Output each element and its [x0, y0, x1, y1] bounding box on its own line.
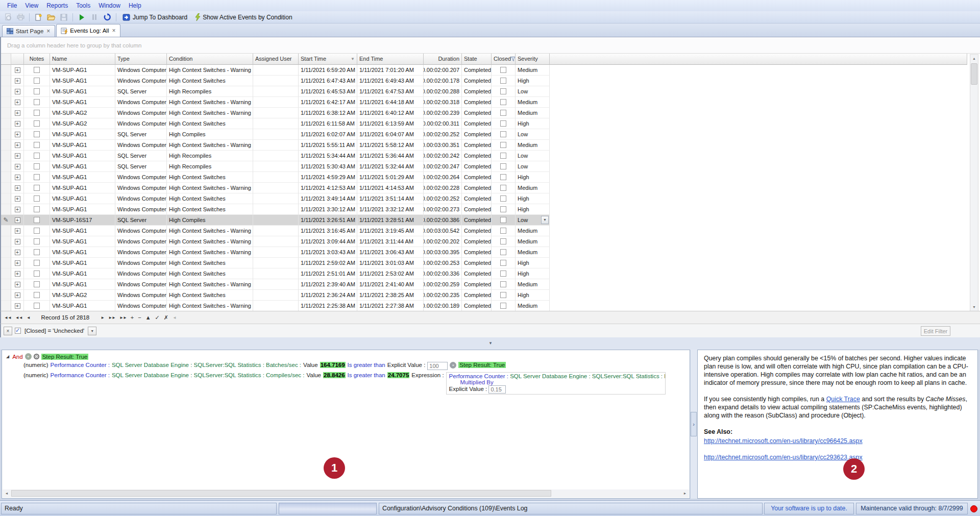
step1-explicit-input[interactable]: 100 [427, 362, 448, 370]
notes-checkbox[interactable] [24, 129, 50, 140]
row-expand-button[interactable]: + [11, 258, 24, 268]
close-icon[interactable]: × [46, 28, 51, 34]
column-header-closed[interactable]: Closed [492, 54, 516, 65]
scroll-up-icon[interactable]: ▲ [970, 55, 978, 62]
column-header-state[interactable]: State [462, 54, 492, 65]
table-row[interactable]: +VM-SUP-AG1Windows ComputerHigh Context … [1, 65, 551, 76]
table-row[interactable]: ✎+VM-SUP-16S17SQL ServerHigh Compiles1/1… [1, 215, 551, 226]
table-row[interactable]: +VM-SUP-AG1Windows ComputerHigh Context … [1, 76, 551, 86]
closed-checkbox[interactable] [492, 161, 516, 172]
row-expand-button[interactable]: + [11, 268, 24, 279]
closed-checkbox[interactable] [492, 151, 516, 161]
row-expand-button[interactable]: + [11, 290, 24, 301]
table-row[interactable]: +VM-SUP-AG1Windows ComputerHigh Context … [1, 172, 551, 183]
notes-checkbox[interactable] [24, 183, 50, 193]
table-row[interactable]: +VM-SUP-AG1SQL ServerHigh Compiles1/11/2… [1, 129, 551, 140]
scroll-left-icon[interactable]: ◄ [3, 489, 11, 497]
filter-close-button[interactable]: × [4, 327, 12, 335]
row-expand-button[interactable]: + [11, 97, 24, 108]
notes-checkbox[interactable] [24, 76, 50, 86]
row-expand-button[interactable]: + [11, 140, 24, 151]
row-expand-button[interactable]: + [11, 65, 24, 76]
collapse-chevron-icon[interactable]: ▾ [481, 340, 500, 347]
panel-splitter-vertical[interactable]: › [691, 350, 697, 499]
menu-tools[interactable]: Tools [72, 0, 94, 11]
closed-checkbox[interactable] [492, 172, 516, 183]
table-row[interactable]: +VM-SUP-AG1Windows ComputerHigh Context … [1, 204, 551, 215]
notes-checkbox[interactable] [24, 215, 50, 226]
status-update-message[interactable]: Your software is up to date. [764, 503, 854, 514]
horizontal-scrollbar[interactable]: ◄ ► [3, 489, 689, 498]
nav-edit-button[interactable]: ▲ [145, 314, 151, 321]
condition-root-node[interactable]: ◢ And + Step Result: True [6, 353, 689, 360]
notes-checkbox[interactable] [24, 258, 50, 268]
row-expand-button[interactable]: + [11, 301, 24, 311]
menu-view[interactable]: View [21, 0, 42, 11]
row-expand-button[interactable]: + [11, 86, 24, 97]
closed-checkbox[interactable] [492, 204, 516, 215]
table-row[interactable]: +VM-SUP-AG1SQL ServerHigh Recompiles1/11… [1, 151, 551, 161]
play-icon[interactable] [76, 12, 87, 22]
row-expand-button[interactable]: + [11, 108, 24, 118]
notes-checkbox[interactable] [24, 268, 50, 279]
nav-prev-page-button[interactable]: ◄◄ [15, 315, 22, 320]
notes-checkbox[interactable] [24, 279, 50, 290]
closed-checkbox[interactable] [492, 215, 516, 226]
refresh-icon[interactable] [102, 12, 113, 22]
notes-checkbox[interactable] [24, 161, 50, 172]
nav-next-page-button[interactable]: ►► [108, 315, 115, 320]
filter-funnel-icon[interactable] [511, 57, 516, 61]
row-expand-button[interactable]: + [11, 236, 24, 247]
nav-first-button[interactable]: ◄◄ [4, 315, 11, 320]
nav-cancel-button[interactable]: ✗ [164, 314, 168, 321]
column-header-severity[interactable]: Severity [516, 54, 550, 65]
row-expand-button[interactable]: + [11, 129, 24, 140]
notes-checkbox[interactable] [24, 193, 50, 204]
technet-link-1[interactable]: http://technet.microsoft.com/en-us/libra… [704, 437, 971, 445]
row-expand-button[interactable]: + [11, 279, 24, 290]
menu-window[interactable]: Window [94, 0, 125, 11]
notes-checkbox[interactable] [24, 151, 50, 161]
column-header-end-time[interactable]: End Time [357, 54, 424, 65]
table-row[interactable]: +VM-SUP-AG1Windows ComputerHigh Context … [1, 268, 551, 279]
scrollbar-thumb[interactable] [971, 63, 977, 85]
nav-commit-button[interactable]: ✓ [155, 314, 160, 321]
severity-dropdown[interactable]: ▼ [541, 216, 549, 224]
notes-checkbox[interactable] [24, 118, 50, 129]
table-row[interactable]: +VM-SUP-AG2Windows ComputerHigh Context … [1, 290, 551, 301]
notes-checkbox[interactable] [24, 301, 50, 311]
closed-checkbox[interactable] [492, 279, 516, 290]
closed-checkbox[interactable] [492, 247, 516, 258]
table-row[interactable]: +VM-SUP-AG1SQL ServerHigh Recompiles1/11… [1, 86, 551, 97]
vertical-scrollbar[interactable]: ▲ ▼ [970, 54, 978, 311]
closed-checkbox[interactable] [492, 193, 516, 204]
nav-delete-button[interactable]: − [138, 314, 141, 321]
tab-start-page[interactable]: Start Page × [2, 25, 55, 37]
open-folder-icon[interactable] [45, 12, 57, 22]
table-row[interactable]: +VM-SUP-AG1Windows ComputerHigh Context … [1, 258, 551, 268]
row-expand-button[interactable]: + [11, 226, 24, 236]
closed-checkbox[interactable] [492, 118, 516, 129]
column-header-start-time[interactable]: Start Time ▼ [299, 54, 357, 65]
notes-checkbox[interactable] [24, 86, 50, 97]
row-expand-button[interactable]: + [11, 161, 24, 172]
menu-reports[interactable]: Reports [42, 0, 72, 11]
notes-checkbox[interactable] [24, 108, 50, 118]
closed-checkbox[interactable] [492, 76, 516, 86]
column-header-type[interactable]: Type [115, 54, 167, 65]
row-expand-button[interactable]: + [11, 247, 24, 258]
table-row[interactable]: +VM-SUP-AG1Windows ComputerHigh Context … [1, 193, 551, 204]
row-expand-button[interactable]: + [11, 76, 24, 86]
closed-checkbox[interactable] [492, 86, 516, 97]
expr-explicit-input[interactable]: 0.15 [488, 385, 506, 394]
row-expand-button[interactable]: + [11, 172, 24, 183]
closed-checkbox[interactable] [492, 236, 516, 247]
jump-to-dashboard-button[interactable]: Jump To Dashboard [119, 12, 190, 22]
closed-checkbox[interactable] [492, 129, 516, 140]
row-expand-button[interactable]: + [11, 193, 24, 204]
table-row[interactable]: +VM-SUP-AG1Windows ComputerHigh Context … [1, 140, 551, 151]
save-icon[interactable] [58, 12, 69, 22]
row-expand-button[interactable]: + [11, 118, 24, 129]
panel-splitter-horizontal[interactable]: ▾ [0, 337, 980, 350]
column-header-condition[interactable]: Condition [167, 54, 253, 65]
